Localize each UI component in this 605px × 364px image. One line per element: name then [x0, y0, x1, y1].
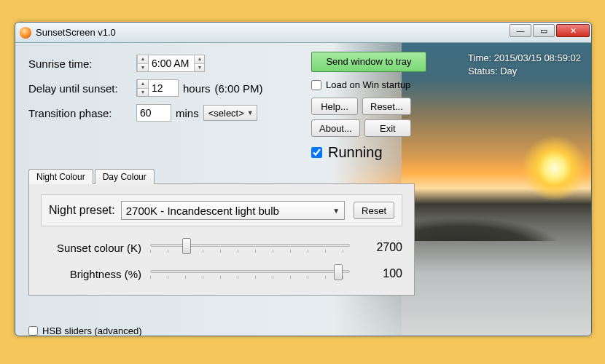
chevron-down-icon: ▼ [332, 207, 340, 215]
slider-thumb[interactable] [182, 238, 191, 254]
load-on-startup-label: Load on Win startup [326, 79, 410, 90]
delay-input[interactable] [148, 79, 179, 97]
delay-label: Delay until sunset: [28, 82, 136, 95]
brightness-slider[interactable] [150, 266, 350, 282]
minimize-button[interactable]: — [510, 24, 531, 37]
running-label: Running [328, 144, 383, 161]
brightness-value: 100 [359, 267, 402, 280]
sunset-colour-label: Sunset colour (K) [41, 242, 150, 254]
load-on-startup-checkbox[interactable]: Load on Win startup [311, 79, 435, 90]
sunrise-hour-down[interactable]: ▾ [137, 63, 148, 71]
send-to-tray-button[interactable]: Send window to tray [311, 52, 426, 72]
delay-unit: hours [183, 82, 211, 95]
brightness-label: Brightness (%) [41, 268, 150, 280]
chevron-down-icon: ▼ [247, 109, 254, 116]
load-on-startup-input[interactable] [311, 80, 321, 90]
running-input[interactable] [311, 147, 322, 158]
status-time: Time: 2015/03/15 08:59:02 [468, 52, 581, 65]
delay-paren: (6:00 PM) [215, 82, 263, 95]
delay-up[interactable]: ▴ [137, 80, 148, 88]
slider-thumb[interactable] [334, 264, 343, 280]
night-preset-value: 2700K - Incandescent light bulb [126, 205, 279, 217]
app-icon [20, 27, 31, 39]
sunrise-min-down[interactable]: ▾ [194, 63, 204, 71]
window-title: SunsetScreen v1.0 [36, 27, 116, 38]
slider-ticks [150, 276, 350, 279]
background-hill [402, 205, 591, 241]
about-button[interactable]: About... [311, 119, 360, 137]
status-block: Time: 2015/03/15 08:59:02 Status: Day [468, 52, 581, 78]
maximize-button[interactable]: ▭ [533, 24, 555, 37]
transition-input[interactable] [136, 104, 171, 122]
slider-ticks [150, 250, 350, 253]
sunrise-hour-up[interactable]: ▴ [137, 55, 148, 63]
sunrise-min-up[interactable]: ▴ [194, 55, 204, 63]
transition-unit: mins [176, 107, 199, 119]
hsb-sliders-checkbox[interactable]: HSB sliders (advanced) [28, 325, 142, 336]
transition-select-text: <select> [208, 108, 244, 119]
close-button[interactable]: ✕ [556, 24, 590, 37]
status-mode: Status: Day [468, 65, 581, 78]
hsb-sliders-input[interactable] [28, 326, 38, 336]
night-preset-select[interactable]: 2700K - Incandescent light bulb ▼ [121, 201, 345, 220]
reset-button[interactable]: Reset... [362, 98, 411, 115]
exit-button[interactable]: Exit [364, 119, 411, 137]
tab-night-colour[interactable]: Night Colour [28, 169, 93, 184]
slider-track [150, 270, 350, 273]
sunrise-label: Sunrise time: [28, 58, 136, 70]
preset-label: Night preset: [49, 204, 115, 217]
delay-down[interactable]: ▾ [137, 88, 148, 96]
sunset-colour-slider[interactable] [150, 240, 350, 256]
sunrise-input[interactable] [149, 55, 194, 71]
sunset-colour-value: 2700 [359, 241, 402, 254]
app-window: SunsetScreen v1.0 — ▭ ✕ Sunrise time: ▴ … [15, 22, 592, 336]
running-checkbox[interactable]: Running [311, 144, 435, 161]
preset-reset-button[interactable]: Reset [354, 202, 394, 219]
transition-select[interactable]: <select> ▼ [203, 105, 257, 121]
slider-track [150, 244, 350, 247]
hsb-sliders-label: HSB sliders (advanced) [42, 325, 142, 336]
help-button[interactable]: Help... [311, 98, 358, 115]
sunrise-input-wrap: ▴ ▾ [148, 55, 205, 72]
titlebar: SunsetScreen v1.0 — ▭ ✕ [15, 23, 591, 43]
tab-day-colour[interactable]: Day Colour [95, 169, 155, 184]
night-colour-panel: Night preset: 2700K - Incandescent light… [28, 183, 415, 296]
transition-label: Transition phase: [28, 107, 136, 119]
